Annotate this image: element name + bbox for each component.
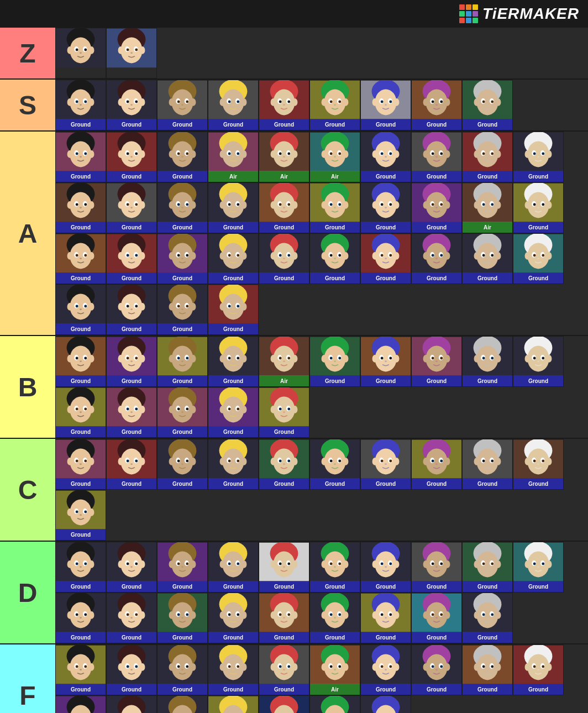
character-card[interactable]: Ground xyxy=(55,284,106,335)
character-card[interactable]: Ground xyxy=(309,439,360,490)
character-card[interactable]: Ground xyxy=(55,132,106,182)
character-card[interactable]: Ground xyxy=(106,233,157,284)
character-card[interactable]: Ground xyxy=(106,439,157,490)
character-card[interactable]: Ground xyxy=(55,542,106,593)
character-card[interactable]: Ground xyxy=(208,284,259,335)
character-card[interactable]: Ground xyxy=(309,336,360,387)
character-card[interactable]: Ground xyxy=(360,80,411,130)
character-card[interactable]: Ground xyxy=(259,233,309,284)
character-card[interactable]: Ground xyxy=(462,439,513,490)
character-card[interactable]: Ground xyxy=(106,132,157,182)
character-card[interactable]: Ground xyxy=(411,233,462,284)
character-card[interactable]: Ground xyxy=(55,490,106,541)
character-card[interactable]: Ground xyxy=(106,387,157,438)
character-card[interactable]: Ground xyxy=(259,439,309,490)
character-card[interactable]: Air xyxy=(208,132,259,182)
character-card[interactable]: Ground xyxy=(411,132,462,182)
character-card[interactable]: Ground xyxy=(106,336,157,387)
character-card[interactable]: Ground xyxy=(411,80,462,130)
character-card[interactable]: Air xyxy=(462,182,513,233)
character-card[interactable]: Ground xyxy=(411,644,462,695)
character-card[interactable]: Ground xyxy=(55,644,106,695)
character-card[interactable]: Ground xyxy=(208,439,259,490)
character-card[interactable]: Ground xyxy=(55,182,106,233)
character-card[interactable]: Ground xyxy=(309,542,360,593)
character-card[interactable]: Ground xyxy=(259,387,309,438)
character-card[interactable]: Ground xyxy=(309,80,360,130)
character-card[interactable]: Ground xyxy=(55,336,106,387)
character-card[interactable]: Ground xyxy=(208,695,259,713)
character-card[interactable]: Ground xyxy=(208,387,259,438)
character-card[interactable]: Ground xyxy=(360,233,411,284)
character-card[interactable]: Ground xyxy=(55,593,106,643)
character-card[interactable]: Ground xyxy=(157,233,208,284)
character-card[interactable]: Air xyxy=(309,132,360,182)
character-card[interactable]: Ground xyxy=(360,644,411,695)
character-card[interactable]: Ground xyxy=(208,233,259,284)
character-card[interactable]: Air xyxy=(259,336,309,387)
character-card[interactable]: Ground xyxy=(157,182,208,233)
character-card[interactable]: Ground xyxy=(360,132,411,182)
character-card[interactable]: Ground xyxy=(462,80,513,130)
character-card[interactable]: Ground xyxy=(208,182,259,233)
character-card[interactable]: Ground xyxy=(411,593,462,643)
character-card[interactable]: Ground xyxy=(106,695,157,713)
character-card[interactable]: Ground xyxy=(411,439,462,490)
character-card[interactable]: Ground xyxy=(462,336,513,387)
character-card[interactable]: Ground xyxy=(513,644,564,695)
character-card[interactable]: Ground xyxy=(157,542,208,593)
character-card[interactable]: Ground xyxy=(259,695,309,713)
character-card[interactable]: Ground xyxy=(360,336,411,387)
character-card[interactable]: Ground xyxy=(309,182,360,233)
character-card[interactable]: Air xyxy=(309,644,360,695)
character-card[interactable]: Ground xyxy=(55,439,106,490)
character-card[interactable]: Ground xyxy=(259,80,309,130)
character-card[interactable]: Ground xyxy=(513,336,564,387)
character-card[interactable]: Ground xyxy=(208,593,259,643)
character-card[interactable]: Ground xyxy=(55,233,106,284)
character-card[interactable]: Ground xyxy=(157,336,208,387)
character-card[interactable]: Ground xyxy=(513,132,564,182)
character-card[interactable] xyxy=(55,28,106,78)
character-card[interactable]: Ground xyxy=(513,182,564,233)
character-card[interactable]: Ground xyxy=(513,233,564,284)
character-card[interactable]: Ground xyxy=(462,233,513,284)
character-card[interactable]: Ground xyxy=(360,542,411,593)
character-card[interactable]: Ground xyxy=(462,542,513,593)
character-card[interactable]: Ground xyxy=(157,644,208,695)
character-card[interactable]: Ground xyxy=(259,644,309,695)
character-card[interactable]: Ground xyxy=(106,182,157,233)
character-card[interactable]: Ground xyxy=(55,80,106,130)
character-card[interactable]: Ground xyxy=(411,336,462,387)
character-card[interactable]: Ground xyxy=(259,593,309,643)
character-card[interactable]: Ground xyxy=(360,439,411,490)
character-card[interactable]: Ground xyxy=(360,695,411,713)
character-card[interactable]: Ground xyxy=(157,695,208,713)
character-card[interactable]: Ground xyxy=(360,182,411,233)
character-card[interactable] xyxy=(106,28,157,78)
character-card[interactable]: Ground xyxy=(55,695,106,713)
character-card[interactable]: Ground xyxy=(259,182,309,233)
character-card[interactable]: Ground xyxy=(208,644,259,695)
character-card[interactable]: Ground xyxy=(462,593,513,643)
character-card[interactable]: Ground xyxy=(259,542,309,593)
character-card[interactable]: Ground xyxy=(157,80,208,130)
character-card[interactable]: Ground xyxy=(157,593,208,643)
character-card[interactable]: Ground xyxy=(106,542,157,593)
character-card[interactable]: Ground xyxy=(309,593,360,643)
character-card[interactable]: Ground xyxy=(411,542,462,593)
character-card[interactable]: Ground xyxy=(360,593,411,643)
character-card[interactable]: Ground xyxy=(157,387,208,438)
character-card[interactable]: Air xyxy=(259,132,309,182)
character-card[interactable]: Ground xyxy=(462,132,513,182)
character-card[interactable]: Ground xyxy=(208,542,259,593)
character-card[interactable]: Ground xyxy=(309,233,360,284)
character-card[interactable]: Ground xyxy=(55,387,106,438)
character-card[interactable]: Ground xyxy=(106,593,157,643)
character-card[interactable]: Ground xyxy=(513,439,564,490)
character-card[interactable]: Ground xyxy=(157,284,208,335)
character-card[interactable]: Ground xyxy=(309,695,360,713)
character-card[interactable]: Ground xyxy=(462,644,513,695)
character-card[interactable]: Ground xyxy=(513,542,564,593)
character-card[interactable]: Ground xyxy=(208,80,259,130)
